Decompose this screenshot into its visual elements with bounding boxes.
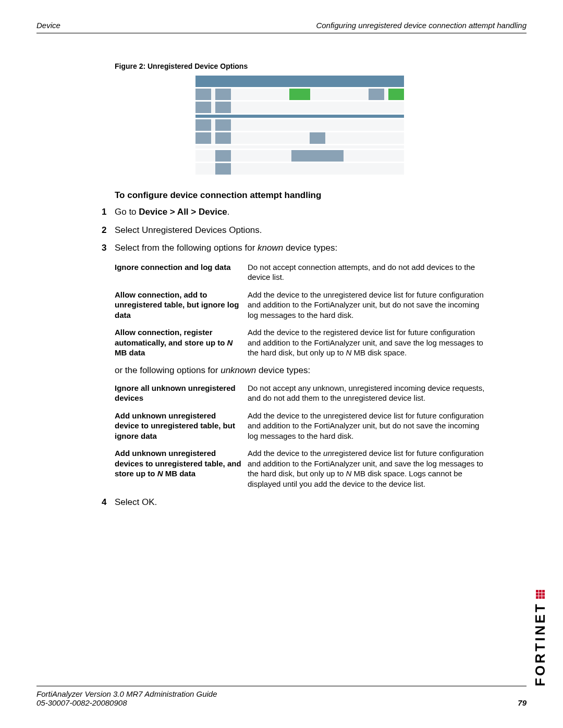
page-content: Figure 2: Unregistered Device Options To… bbox=[115, 62, 485, 509]
fortinet-logo: FORTINET bbox=[532, 590, 548, 686]
steps-list: 1 Go to Device > All > Device. 2 Select … bbox=[102, 206, 485, 255]
section-title: To configure device connection attempt h… bbox=[115, 190, 485, 201]
known-row-3: Allow connection, register automatically… bbox=[115, 327, 485, 358]
step-3: 3 Select from the following options for … bbox=[102, 242, 485, 255]
header-right: Configuring unregistered device connecti… bbox=[316, 21, 527, 30]
footer-docnum: 05-30007-0082-20080908 bbox=[36, 698, 217, 707]
steps-list-cont: 4 Select OK. bbox=[102, 496, 485, 509]
known-row-2: Allow connection, add to unregistered ta… bbox=[115, 290, 485, 320]
unknown-row-3: Add unknown unregistered devices to unre… bbox=[115, 448, 485, 489]
figure-image bbox=[195, 76, 404, 175]
figure-caption: Figure 2: Unregistered Device Options bbox=[115, 62, 485, 70]
step-4: 4 Select OK. bbox=[102, 496, 485, 509]
between-tables-text: or the following options for unknown dev… bbox=[115, 365, 485, 376]
step-2: 2 Select Unregistered Devices Options. bbox=[102, 224, 485, 237]
page-number: 79 bbox=[518, 698, 527, 707]
unknown-row-2: Add unknown unregistered device to unreg… bbox=[115, 411, 485, 441]
unknown-row-1: Ignore all unknown unregistered devices … bbox=[115, 383, 485, 403]
unknown-options-table: Ignore all unknown unregistered devices … bbox=[115, 383, 485, 489]
known-options-table: Ignore connection and log data Do not ac… bbox=[115, 262, 485, 358]
logo-icon bbox=[536, 590, 545, 599]
page-footer: FortiAnalyzer Version 3.0 MR7 Administra… bbox=[36, 686, 527, 707]
header-left: Device bbox=[36, 21, 60, 30]
step-1: 1 Go to Device > All > Device. bbox=[102, 206, 485, 219]
footer-title: FortiAnalyzer Version 3.0 MR7 Administra… bbox=[36, 689, 217, 698]
page-header: Device Configuring unregistered device c… bbox=[36, 21, 527, 33]
known-row-1: Ignore connection and log data Do not ac… bbox=[115, 262, 485, 282]
